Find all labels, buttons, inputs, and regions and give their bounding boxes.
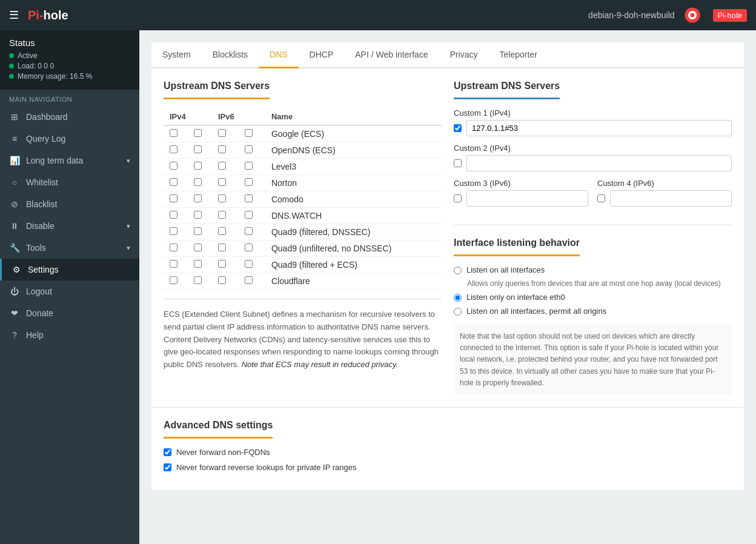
ipv4-secondary-checkbox[interactable]	[194, 244, 202, 251]
ipv6-secondary-checkbox[interactable]	[245, 194, 253, 202]
radio-all-permit-label: Listen on all interfaces, permit all ori…	[466, 307, 606, 316]
ipv6-primary-cell	[212, 273, 239, 290]
ipv6-primary-checkbox[interactable]	[218, 276, 226, 284]
tab-privacy[interactable]: Privacy	[439, 42, 489, 68]
tab-blocklists[interactable]: Blocklists	[202, 42, 259, 68]
sidebar-item-disable[interactable]: ⏸ Disable ▾	[0, 215, 139, 237]
ipv4-primary-checkbox[interactable]	[170, 211, 177, 219]
custom4-input[interactable]	[610, 190, 732, 207]
ipv4-primary-checkbox[interactable]	[170, 194, 177, 202]
custom3-input[interactable]	[466, 190, 588, 207]
server-name-cell: OpenDNS (ECS)	[265, 142, 442, 159]
ipv6-secondary-checkbox[interactable]	[245, 211, 253, 219]
long-term-icon: 📊	[9, 156, 20, 165]
sidebar-item-query-log[interactable]: ≡ Query Log	[0, 128, 139, 150]
table-row: OpenDNS (ECS)	[164, 142, 442, 159]
sidebar-item-blacklist[interactable]: ⊘ Blacklist	[0, 193, 139, 215]
ipv4-secondary-checkbox[interactable]	[194, 129, 202, 137]
ipv6-secondary-checkbox[interactable]	[245, 244, 253, 251]
disable-icon: ⏸	[9, 221, 20, 231]
ipv6-primary-cell	[212, 175, 239, 191]
never-forward-private-checkbox[interactable]	[164, 463, 171, 471]
ipv4-primary-checkbox[interactable]	[170, 129, 177, 137]
sidebar-item-settings[interactable]: ⚙ Settings	[0, 259, 139, 280]
ipv4-secondary-checkbox[interactable]	[194, 145, 202, 153]
ipv4-secondary-checkbox[interactable]	[194, 260, 202, 268]
custom3-checkbox[interactable]	[454, 194, 462, 202]
sidebar-item-dashboard[interactable]: ⊞ Dashboard	[0, 106, 139, 128]
sidebar-item-tools[interactable]: 🔧 Tools ▾	[0, 237, 139, 259]
table-row: Comodo	[164, 191, 442, 208]
ipv6-secondary-checkbox[interactable]	[245, 145, 253, 153]
ipv6-primary-checkbox[interactable]	[218, 162, 226, 170]
table-row: Quad9 (filtered + ECS)	[164, 257, 442, 273]
active-dot	[9, 53, 14, 58]
ipv6-primary-checkbox[interactable]	[218, 145, 226, 153]
ipv6-secondary-checkbox[interactable]	[245, 276, 253, 284]
ipv6-primary-checkbox[interactable]	[218, 227, 226, 235]
ipv6-secondary-checkbox[interactable]	[245, 162, 253, 170]
sidebar-item-donate[interactable]: ❤ Donate	[0, 302, 139, 324]
ipv4-secondary-checkbox[interactable]	[194, 227, 202, 235]
server-name-cell: Norton	[265, 175, 442, 191]
hamburger-icon[interactable]: ☰	[9, 8, 19, 22]
ipv4-primary-checkbox[interactable]	[170, 227, 177, 235]
ipv4-primary-checkbox[interactable]	[170, 145, 177, 153]
tab-dns[interactable]: DNS	[259, 42, 299, 68]
ipv6-primary-checkbox[interactable]	[218, 211, 226, 219]
ipv6-primary-cell	[212, 191, 239, 208]
ipv4-primary-checkbox[interactable]	[170, 260, 177, 268]
tab-dhcp[interactable]: DHCP	[299, 42, 345, 68]
sidebar-item-whitelist[interactable]: ○ Whitelist	[0, 171, 139, 193]
whitelist-icon: ○	[9, 177, 20, 187]
ipv4-primary-checkbox[interactable]	[170, 276, 177, 284]
ipv6-primary-checkbox[interactable]	[218, 178, 226, 186]
custom4-group: Custom 4 (IPv6)	[597, 179, 732, 213]
ipv6-primary-checkbox[interactable]	[218, 260, 226, 268]
sidebar-item-help[interactable]: ? Help	[0, 324, 139, 346]
advanced-option1-row: Never forward non-FQDNs	[164, 448, 732, 457]
ipv4-secondary-checkbox[interactable]	[194, 276, 202, 284]
tab-teleporter[interactable]: Teleporter	[489, 42, 548, 68]
ipv4-secondary-checkbox[interactable]	[194, 178, 202, 186]
sidebar-item-long-term-data[interactable]: 📊 Long term data ▾	[0, 150, 139, 171]
ipv4-primary-checkbox[interactable]	[170, 178, 177, 186]
top-nav-right: debian-9-doh-newbuild Pi-hole	[588, 7, 747, 24]
radio-eth0-input[interactable]	[454, 294, 462, 302]
status-title: Status	[9, 38, 130, 48]
sidebar-item-logout[interactable]: ⏻ Logout	[0, 280, 139, 302]
never-forward-nonfqdn-checkbox[interactable]	[164, 448, 171, 456]
custom1-label: Custom 1 (IPv4)	[454, 108, 732, 118]
ipv4-secondary-checkbox[interactable]	[194, 162, 202, 170]
tab-system[interactable]: System	[151, 42, 202, 68]
custom-dns-title: Upstream DNS Servers	[454, 81, 560, 99]
ipv6-secondary-checkbox[interactable]	[245, 260, 253, 268]
radio-all-permit-input[interactable]	[454, 308, 462, 316]
right-panel: Upstream DNS Servers Custom 1 (IPv4) Cus…	[454, 81, 732, 395]
ipv4-secondary-cell	[188, 224, 212, 240]
logo[interactable]: Pi-hole	[28, 8, 167, 22]
radio-all-interfaces-input[interactable]	[454, 267, 462, 274]
ipv6-secondary-checkbox[interactable]	[245, 178, 253, 186]
custom1-checkbox[interactable]	[454, 124, 462, 132]
ipv6-secondary-checkbox[interactable]	[245, 227, 253, 235]
custom34-row: Custom 3 (IPv6) Custom 4 (IPv6)	[454, 179, 732, 213]
ipv6-primary-checkbox[interactable]	[218, 194, 226, 202]
ipv4-secondary-checkbox[interactable]	[194, 194, 202, 202]
custom1-input[interactable]	[466, 120, 732, 136]
query-log-icon: ≡	[9, 134, 20, 144]
custom2-input[interactable]	[466, 155, 732, 171]
ipv6-primary-checkbox[interactable]	[218, 129, 226, 137]
ipv6-primary-checkbox[interactable]	[218, 244, 226, 251]
tab-api-web[interactable]: API / Web interface	[344, 42, 439, 68]
nav-section-title: MAIN NAVIGATION	[0, 90, 139, 106]
ipv6-secondary-checkbox[interactable]	[245, 129, 253, 137]
custom2-checkbox[interactable]	[454, 159, 462, 167]
ipv4-secondary-checkbox[interactable]	[194, 211, 202, 219]
sidebar-item-label: Disable	[26, 221, 55, 231]
ipv4-primary-checkbox[interactable]	[170, 162, 177, 170]
custom4-checkbox[interactable]	[597, 194, 605, 202]
ipv4-primary-checkbox[interactable]	[170, 244, 177, 251]
ipv4-primary-cell	[164, 159, 188, 175]
logout-icon: ⏻	[9, 287, 20, 296]
